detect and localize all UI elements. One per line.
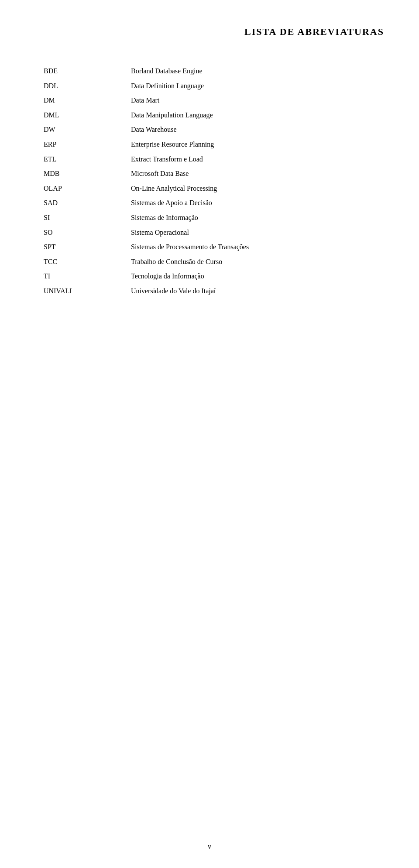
- abbreviation-definition: Borland Database Engine: [122, 64, 384, 79]
- abbreviation-definition: On-Line Analytical Processing: [122, 181, 384, 196]
- abbreviation-term: DML: [35, 108, 122, 123]
- abbreviation-definition: Trabalho de Conclusão de Curso: [122, 254, 384, 269]
- abbreviation-definition: Sistemas de Processamento de Transações: [122, 240, 384, 254]
- abbreviation-term: TI: [35, 269, 122, 284]
- table-row: TCCTrabalho de Conclusão de Curso: [35, 254, 384, 269]
- abbreviation-definition: Sistemas de Informação: [122, 210, 384, 225]
- table-row: TITecnologia da Informação: [35, 269, 384, 284]
- page-title: LISTA DE ABREVIATURAS: [35, 26, 384, 38]
- abbreviation-term: SAD: [35, 196, 122, 210]
- abbreviation-definition: Data Manipulation Language: [122, 108, 384, 123]
- table-row: OLAPOn-Line Analytical Processing: [35, 181, 384, 196]
- table-row: BDEBorland Database Engine: [35, 64, 384, 79]
- abbreviation-definition: Data Warehouse: [122, 122, 384, 137]
- abbreviation-definition: Universidade do Vale do Itajaí: [122, 284, 384, 298]
- table-row: DWData Warehouse: [35, 122, 384, 137]
- table-row: DDLData Definition Language: [35, 79, 384, 93]
- table-row: MDBMicrosoft Data Base: [35, 166, 384, 181]
- abbreviation-term: SI: [35, 210, 122, 225]
- abbreviation-definition: Extract Transform e Load: [122, 152, 384, 167]
- abbreviation-term: DW: [35, 122, 122, 137]
- table-row: UNIVALIUniversidade do Vale do Itajaí: [35, 284, 384, 298]
- abbreviation-definition: Sistemas de Apoio a Decisão: [122, 196, 384, 210]
- table-row: SPTSistemas de Processamento de Transaçõ…: [35, 240, 384, 254]
- abbreviation-definition: Data Definition Language: [122, 79, 384, 93]
- abbreviation-term: ERP: [35, 137, 122, 152]
- abbreviation-term: SO: [35, 225, 122, 240]
- table-row: SADSistemas de Apoio a Decisão: [35, 196, 384, 210]
- abbreviation-term: SPT: [35, 240, 122, 254]
- abbreviation-term: BDE: [35, 64, 122, 79]
- abbreviation-definition: Sistema Operacional: [122, 225, 384, 240]
- abbreviation-term: MDB: [35, 166, 122, 181]
- table-row: DMData Mart: [35, 93, 384, 108]
- abbreviation-definition: Tecnologia da Informação: [122, 269, 384, 284]
- abbreviation-term: ETL: [35, 152, 122, 167]
- abbreviation-term: DM: [35, 93, 122, 108]
- abbreviation-definition: Microsoft Data Base: [122, 166, 384, 181]
- abbreviation-term: DDL: [35, 79, 122, 93]
- abbreviation-term: OLAP: [35, 181, 122, 196]
- table-row: ERPEnterprise Resource Planning: [35, 137, 384, 152]
- abbreviations-table: BDEBorland Database EngineDDLData Defini…: [35, 64, 384, 298]
- abbreviation-definition: Enterprise Resource Planning: [122, 137, 384, 152]
- abbreviation-definition: Data Mart: [122, 93, 384, 108]
- table-row: ETLExtract Transform e Load: [35, 152, 384, 167]
- abbreviation-term: UNIVALI: [35, 284, 122, 298]
- table-row: SISistemas de Informação: [35, 210, 384, 225]
- table-row: DMLData Manipulation Language: [35, 108, 384, 123]
- page-footer: v: [0, 843, 419, 851]
- page-container: LISTA DE ABREVIATURAS BDEBorland Databas…: [0, 0, 419, 868]
- abbreviation-term: TCC: [35, 254, 122, 269]
- table-row: SOSistema Operacional: [35, 225, 384, 240]
